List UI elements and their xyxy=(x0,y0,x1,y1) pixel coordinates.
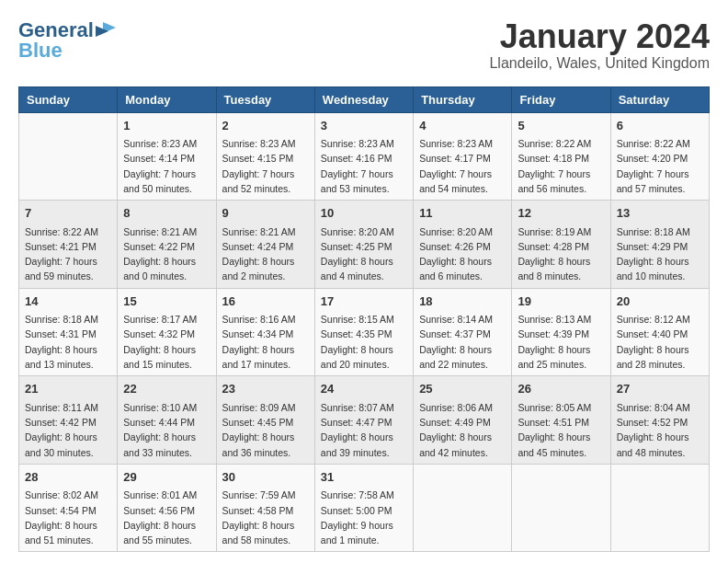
day-info: Sunrise: 8:15 AM Sunset: 4:35 PM Dayligh… xyxy=(321,312,407,372)
day-info: Sunrise: 8:21 AM Sunset: 4:22 PM Dayligh… xyxy=(123,224,210,284)
calendar-cell: 19Sunrise: 8:13 AM Sunset: 4:39 PM Dayli… xyxy=(512,288,610,376)
day-number: 8 xyxy=(123,204,210,223)
day-number: 5 xyxy=(518,117,604,135)
calendar-cell: 5Sunrise: 8:22 AM Sunset: 4:18 PM Daylig… xyxy=(512,112,610,201)
day-number: 30 xyxy=(222,468,309,487)
calendar-cell: 23Sunrise: 8:09 AM Sunset: 4:45 PM Dayli… xyxy=(216,376,314,465)
calendar-cell: 18Sunrise: 8:14 AM Sunset: 4:37 PM Dayli… xyxy=(414,288,512,376)
day-number: 31 xyxy=(321,468,407,487)
day-info: Sunrise: 8:07 AM Sunset: 4:47 PM Dayligh… xyxy=(321,400,407,460)
day-number: 29 xyxy=(123,468,210,487)
calendar-cell xyxy=(610,464,709,552)
logo-icon xyxy=(96,22,116,39)
header-thursday: Thursday xyxy=(414,86,512,112)
day-number: 17 xyxy=(321,293,407,311)
day-number: 19 xyxy=(518,293,604,311)
day-number: 13 xyxy=(617,204,703,223)
header-tuesday: Tuesday xyxy=(216,86,314,112)
logo: General Blue xyxy=(18,18,116,63)
day-number: 12 xyxy=(518,204,604,223)
day-info: Sunrise: 7:59 AM Sunset: 4:58 PM Dayligh… xyxy=(222,488,309,547)
calendar-cell: 11Sunrise: 8:20 AM Sunset: 4:26 PM Dayli… xyxy=(414,201,512,289)
day-number: 23 xyxy=(222,380,309,398)
day-info: Sunrise: 8:19 AM Sunset: 4:28 PM Dayligh… xyxy=(518,224,604,284)
calendar-cell: 31Sunrise: 7:58 AM Sunset: 5:00 PM Dayli… xyxy=(314,464,413,552)
calendar-cell: 16Sunrise: 8:16 AM Sunset: 4:34 PM Dayli… xyxy=(216,288,314,376)
title-block: January 2024 Llandeilo, Wales, United Ki… xyxy=(489,18,710,72)
calendar-cell: 12Sunrise: 8:19 AM Sunset: 4:28 PM Dayli… xyxy=(512,201,610,289)
calendar-week-row: 21Sunrise: 8:11 AM Sunset: 4:42 PM Dayli… xyxy=(19,376,710,465)
day-info: Sunrise: 8:21 AM Sunset: 4:24 PM Dayligh… xyxy=(222,224,309,284)
day-number: 10 xyxy=(321,204,407,223)
calendar-cell: 29Sunrise: 8:01 AM Sunset: 4:56 PM Dayli… xyxy=(118,464,216,552)
day-number: 22 xyxy=(123,380,210,398)
day-number: 27 xyxy=(617,380,703,398)
day-number: 20 xyxy=(617,293,703,311)
calendar-cell: 13Sunrise: 8:18 AM Sunset: 4:29 PM Dayli… xyxy=(610,201,709,289)
day-number: 7 xyxy=(25,204,111,223)
day-info: Sunrise: 8:02 AM Sunset: 4:54 PM Dayligh… xyxy=(25,488,111,547)
calendar-week-row: 7Sunrise: 8:22 AM Sunset: 4:21 PM Daylig… xyxy=(19,201,710,289)
calendar-cell: 28Sunrise: 8:02 AM Sunset: 4:54 PM Dayli… xyxy=(19,464,118,552)
day-number: 26 xyxy=(518,380,604,398)
header-monday: Monday xyxy=(118,86,216,112)
day-info: Sunrise: 8:20 AM Sunset: 4:25 PM Dayligh… xyxy=(321,224,407,284)
calendar-cell: 8Sunrise: 8:21 AM Sunset: 4:22 PM Daylig… xyxy=(118,201,216,289)
calendar-cell: 26Sunrise: 8:05 AM Sunset: 4:51 PM Dayli… xyxy=(512,376,610,465)
day-info: Sunrise: 8:20 AM Sunset: 4:26 PM Dayligh… xyxy=(419,224,506,284)
day-info: Sunrise: 8:23 AM Sunset: 4:14 PM Dayligh… xyxy=(123,136,210,196)
header-saturday: Saturday xyxy=(610,86,709,112)
day-number: 16 xyxy=(222,293,309,311)
calendar-cell: 10Sunrise: 8:20 AM Sunset: 4:25 PM Dayli… xyxy=(314,201,413,289)
day-info: Sunrise: 8:22 AM Sunset: 4:20 PM Dayligh… xyxy=(617,136,703,196)
day-info: Sunrise: 8:23 AM Sunset: 4:17 PM Dayligh… xyxy=(419,136,506,196)
day-info: Sunrise: 8:14 AM Sunset: 4:37 PM Dayligh… xyxy=(419,312,506,372)
calendar-cell: 25Sunrise: 8:06 AM Sunset: 4:49 PM Dayli… xyxy=(414,376,512,465)
day-number: 2 xyxy=(222,117,309,135)
day-info: Sunrise: 8:01 AM Sunset: 4:56 PM Dayligh… xyxy=(123,488,210,547)
day-info: Sunrise: 8:06 AM Sunset: 4:49 PM Dayligh… xyxy=(419,400,506,460)
calendar-cell: 24Sunrise: 8:07 AM Sunset: 4:47 PM Dayli… xyxy=(314,376,413,465)
calendar-header-row: SundayMondayTuesdayWednesdayThursdayFrid… xyxy=(19,86,710,112)
day-number: 1 xyxy=(123,117,210,135)
day-info: Sunrise: 8:10 AM Sunset: 4:44 PM Dayligh… xyxy=(123,400,210,460)
calendar-cell: 30Sunrise: 7:59 AM Sunset: 4:58 PM Dayli… xyxy=(216,464,314,552)
calendar-week-row: 14Sunrise: 8:18 AM Sunset: 4:31 PM Dayli… xyxy=(19,288,710,376)
location-subtitle: Llandeilo, Wales, United Kingdom xyxy=(489,55,710,72)
day-info: Sunrise: 7:58 AM Sunset: 5:00 PM Dayligh… xyxy=(321,488,407,547)
day-info: Sunrise: 8:17 AM Sunset: 4:32 PM Dayligh… xyxy=(123,312,210,372)
day-number: 6 xyxy=(617,117,703,135)
day-info: Sunrise: 8:11 AM Sunset: 4:42 PM Dayligh… xyxy=(25,400,111,460)
day-info: Sunrise: 8:23 AM Sunset: 4:16 PM Dayligh… xyxy=(321,136,407,196)
day-number: 15 xyxy=(123,293,210,311)
day-info: Sunrise: 8:13 AM Sunset: 4:39 PM Dayligh… xyxy=(518,312,604,372)
day-number: 28 xyxy=(25,468,111,487)
day-number: 24 xyxy=(321,380,407,398)
month-year-title: January 2024 xyxy=(489,18,710,55)
logo-line2: Blue xyxy=(18,39,63,63)
calendar-table: SundayMondayTuesdayWednesdayThursdayFrid… xyxy=(18,86,710,553)
day-info: Sunrise: 8:12 AM Sunset: 4:40 PM Dayligh… xyxy=(617,312,703,372)
day-info: Sunrise: 8:18 AM Sunset: 4:29 PM Dayligh… xyxy=(617,224,703,284)
day-info: Sunrise: 8:05 AM Sunset: 4:51 PM Dayligh… xyxy=(518,400,604,460)
day-number: 25 xyxy=(419,380,506,398)
calendar-cell: 2Sunrise: 8:23 AM Sunset: 4:15 PM Daylig… xyxy=(216,112,314,201)
calendar-cell: 15Sunrise: 8:17 AM Sunset: 4:32 PM Dayli… xyxy=(118,288,216,376)
day-number: 18 xyxy=(419,293,506,311)
day-info: Sunrise: 8:23 AM Sunset: 4:15 PM Dayligh… xyxy=(222,136,309,196)
day-number: 4 xyxy=(419,117,506,135)
calendar-cell: 14Sunrise: 8:18 AM Sunset: 4:31 PM Dayli… xyxy=(19,288,118,376)
calendar-cell xyxy=(512,464,610,552)
calendar-week-row: 1Sunrise: 8:23 AM Sunset: 4:14 PM Daylig… xyxy=(19,112,710,201)
calendar-cell: 3Sunrise: 8:23 AM Sunset: 4:16 PM Daylig… xyxy=(314,112,413,201)
day-info: Sunrise: 8:09 AM Sunset: 4:45 PM Dayligh… xyxy=(222,400,309,460)
day-info: Sunrise: 8:22 AM Sunset: 4:18 PM Dayligh… xyxy=(518,136,604,196)
calendar-cell: 9Sunrise: 8:21 AM Sunset: 4:24 PM Daylig… xyxy=(216,201,314,289)
day-info: Sunrise: 8:22 AM Sunset: 4:21 PM Dayligh… xyxy=(25,224,111,284)
day-number: 9 xyxy=(222,204,309,223)
day-number: 21 xyxy=(25,380,111,398)
header-wednesday: Wednesday xyxy=(314,86,413,112)
calendar-cell: 17Sunrise: 8:15 AM Sunset: 4:35 PM Dayli… xyxy=(314,288,413,376)
day-number: 11 xyxy=(419,204,506,223)
header-sunday: Sunday xyxy=(19,86,118,112)
